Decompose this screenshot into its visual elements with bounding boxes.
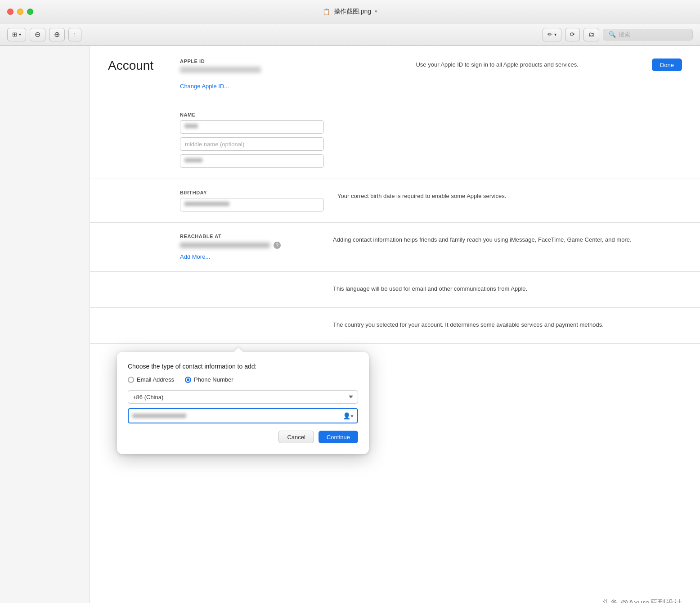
reachable-email-row: ? — [180, 242, 319, 249]
minimize-button[interactable] — [17, 9, 23, 15]
zoom-out-icon: ⊖ — [35, 30, 40, 39]
name-section-middle: NAME — [180, 112, 337, 168]
language-description: This language will be used for email and… — [333, 283, 682, 293]
done-button[interactable]: Done — [652, 58, 682, 71]
name-section-right — [337, 112, 682, 114]
toolbar: ⊞ ▾ ⊖ ⊕ ↑ ✏ ▾ ⟳ 🗂 🔍 搜索 — [0, 23, 700, 46]
apple-id-section: Account APPLE ID Change Apple ID... Use … — [90, 46, 700, 101]
reachable-at-section: REACHABLE AT ? Add More... Adding contac… — [90, 223, 700, 272]
rotate-button[interactable]: ⟳ — [565, 28, 580, 41]
popup-title: Choose the type of contact information t… — [128, 363, 358, 370]
reachable-at-middle: REACHABLE AT ? Add More... — [180, 234, 333, 261]
first-name-input[interactable] — [180, 120, 324, 134]
radio-group: Email Address Phone Number — [128, 376, 358, 383]
briefcase-button[interactable]: 🗂 — [583, 28, 599, 41]
phone-blurred-value — [132, 414, 186, 418]
birthday-label: BIRTHDAY — [180, 190, 324, 195]
email-address-label: Email Address — [137, 376, 174, 383]
title-bar: 📋 操作截图.png ▾ — [0, 0, 700, 23]
apple-id-description: Use your Apple ID to sign in to all Appl… — [416, 58, 642, 69]
window-title-area: 📋 操作截图.png ▾ — [323, 8, 377, 16]
language-section: This language will be used for email and… — [90, 272, 700, 308]
help-icon[interactable]: ? — [274, 242, 281, 249]
apple-id-content: APPLE ID Change Apple ID... — [180, 58, 416, 90]
birthday-description: Your correct birth date is required to e… — [337, 190, 682, 201]
sidebar — [0, 46, 90, 603]
country-section: The country you selected for your accoun… — [90, 308, 700, 344]
reachable-at-description: Adding contact information helps friends… — [333, 234, 682, 244]
popup-arrow — [234, 347, 243, 352]
page-title: Account — [108, 58, 180, 73]
contact-picker-icon[interactable]: 👤▾ — [343, 412, 354, 419]
middle-name-input[interactable] — [180, 137, 324, 151]
share-icon: ↑ — [73, 31, 76, 38]
contact-type-popup: Choose the type of contact information t… — [117, 352, 369, 454]
pen-icon: ✏ — [547, 31, 552, 38]
search-icon: 🔍 — [609, 31, 616, 38]
phone-number-label: Phone Number — [194, 376, 233, 383]
rotate-icon: ⟳ — [570, 31, 575, 38]
sidebar-icon: ⊞ — [12, 31, 17, 38]
popup-buttons: Cancel Continue — [128, 431, 358, 443]
zoom-in-icon: ⊕ — [54, 30, 60, 39]
birthday-section-middle: BIRTHDAY — [180, 190, 337, 212]
cancel-button[interactable]: Cancel — [278, 431, 314, 443]
phone-radio[interactable] — [185, 377, 191, 383]
change-apple-id-link[interactable]: Change Apple ID... — [180, 83, 229, 90]
content-area: Account APPLE ID Change Apple ID... Use … — [90, 46, 700, 603]
chevron-down-icon: ▾ — [554, 32, 556, 37]
country-code-select[interactable]: +86 (China) +1 (United States) +44 (Unit… — [128, 390, 358, 404]
reachable-email-value — [180, 243, 270, 248]
email-radio[interactable] — [128, 377, 134, 383]
birthday-section: BIRTHDAY Your correct birth date is requ… — [90, 179, 700, 223]
briefcase-icon: 🗂 — [588, 31, 594, 38]
phone-number-option[interactable]: Phone Number — [185, 376, 233, 383]
name-label: NAME — [180, 112, 324, 117]
zoom-in-button[interactable]: ⊕ — [49, 28, 65, 41]
watermark: 头条 @Axure原型设计 — [602, 598, 682, 603]
chevron-down-icon[interactable]: ▾ — [375, 9, 377, 14]
phone-input-wrapper: 👤▾ — [128, 408, 358, 423]
chevron-down-icon: ▾ — [19, 32, 21, 37]
apple-id-label: APPLE ID — [180, 58, 407, 64]
apple-id-value — [180, 67, 261, 73]
file-icon: 📋 — [323, 8, 330, 15]
close-button[interactable] — [7, 9, 13, 15]
maximize-button[interactable] — [27, 9, 33, 15]
sidebar-toggle-button[interactable]: ⊞ ▾ — [7, 28, 26, 41]
add-more-link[interactable]: Add More... — [180, 253, 210, 260]
pen-button[interactable]: ✏ ▾ — [543, 28, 561, 41]
zoom-out-button[interactable]: ⊖ — [30, 28, 45, 41]
reachable-at-label: REACHABLE AT — [180, 234, 319, 239]
traffic-lights — [7, 9, 33, 15]
main-window: Account APPLE ID Change Apple ID... Use … — [0, 46, 700, 603]
country-description: The country you selected for your accoun… — [333, 319, 682, 329]
window-title: 操作截图.png — [334, 8, 371, 16]
search-placeholder: 搜索 — [619, 31, 630, 39]
share-button[interactable]: ↑ — [68, 28, 81, 41]
continue-button[interactable]: Continue — [319, 431, 358, 443]
email-address-option[interactable]: Email Address — [128, 376, 174, 383]
name-section: NAME — [90, 101, 700, 179]
search-bar[interactable]: 🔍 搜索 — [603, 29, 693, 40]
